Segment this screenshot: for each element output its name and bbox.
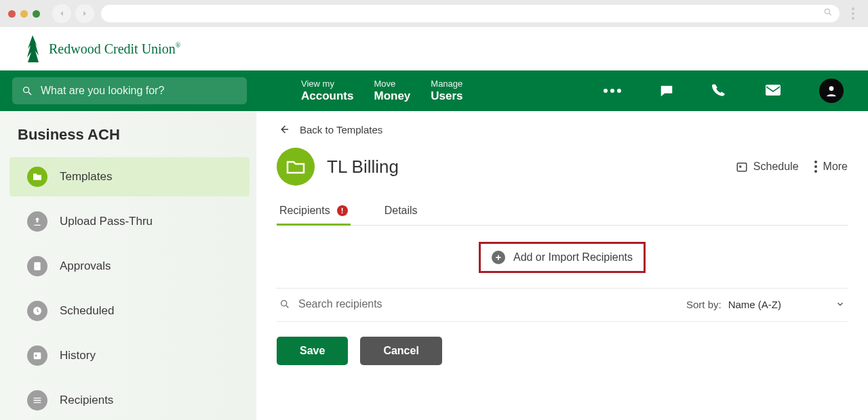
svg-rect-9 [35, 355, 37, 357]
profile-avatar[interactable] [819, 79, 844, 103]
upload-icon [27, 211, 47, 232]
svg-point-15 [281, 301, 287, 306]
brand-name: Redwood Credit Union® [49, 41, 180, 57]
messages-icon[interactable] [659, 83, 674, 98]
save-button[interactable]: Save [277, 337, 348, 365]
template-folder-icon [277, 148, 315, 186]
svg-point-14 [814, 170, 817, 173]
sort-select[interactable]: Name (A-Z) [728, 299, 845, 310]
sidebar-item-scheduled[interactable]: Scheduled [9, 291, 250, 331]
close-window-icon[interactable] [8, 10, 16, 18]
svg-line-3 [28, 92, 31, 95]
svg-rect-11 [739, 166, 741, 168]
check-clipboard-icon [27, 256, 47, 276]
minimize-window-icon[interactable] [20, 10, 28, 18]
sort-label: Sort by: [686, 299, 722, 310]
search-recipients-input[interactable]: Search recipients [279, 298, 382, 310]
sidebar-item-label: Templates [60, 170, 112, 184]
search-icon [279, 299, 290, 310]
arrow-left-icon [278, 123, 290, 135]
nav-users[interactable]: Manage Users [431, 79, 462, 102]
schedule-button[interactable]: Schedule [736, 161, 799, 173]
content-area: Back to Templates TL Billing Schedule Mo… [256, 111, 868, 420]
sidebar-item-label: Upload Pass-Thru [60, 215, 153, 228]
chevron-down-icon [835, 299, 845, 309]
svg-point-0 [825, 9, 829, 14]
tab-recipients[interactable]: Recipients ! [277, 205, 351, 225]
list-icon [27, 390, 47, 411]
sidebar-item-label: Recipients [60, 394, 113, 407]
browser-forward-button[interactable] [75, 4, 94, 23]
more-apps-icon[interactable] [604, 89, 621, 93]
nav-money[interactable]: Move Money [374, 79, 410, 102]
svg-rect-4 [766, 85, 781, 96]
page-title: TL Billing [327, 156, 399, 177]
sidebar-item-label: History [60, 349, 96, 362]
add-import-recipients-button[interactable]: + Add or Import Recipients [488, 248, 637, 267]
browser-menu-button[interactable] [846, 7, 860, 20]
more-button[interactable]: More [814, 161, 848, 173]
tab-details[interactable]: Details [382, 205, 420, 225]
more-vertical-icon [814, 161, 818, 173]
alert-badge-icon: ! [337, 205, 348, 216]
calendar-icon [736, 161, 748, 173]
sidebar-item-templates[interactable]: Templates [9, 157, 250, 196]
clock-icon [27, 301, 47, 321]
tabs: Recipients ! Details [277, 205, 848, 226]
cancel-button[interactable]: Cancel [360, 337, 441, 365]
sidebar: Business ACH Templates Upload Pass-Thru … [0, 111, 256, 420]
svg-point-5 [829, 86, 834, 91]
svg-point-13 [814, 165, 817, 168]
url-bar[interactable] [101, 5, 840, 22]
sidebar-item-label: Scheduled [60, 304, 114, 318]
svg-rect-8 [34, 352, 41, 359]
svg-line-1 [829, 14, 831, 16]
search-icon [22, 85, 33, 96]
browser-back-button[interactable] [52, 4, 71, 23]
svg-point-2 [24, 87, 29, 93]
svg-line-16 [286, 306, 288, 308]
redwood-tree-icon [23, 35, 42, 62]
mail-icon[interactable] [765, 84, 781, 98]
calendar-day-icon [27, 345, 47, 366]
sidebar-heading: Business ACH [0, 119, 256, 154]
phone-icon[interactable] [712, 83, 727, 98]
sidebar-item-history[interactable]: History [9, 336, 250, 375]
svg-rect-10 [737, 163, 747, 171]
highlight-annotation: + Add or Import Recipients [479, 242, 646, 273]
maximize-window-icon[interactable] [33, 10, 40, 18]
sidebar-item-recipients[interactable]: Recipients [9, 381, 250, 420]
logo-strip: Redwood Credit Union® [0, 27, 868, 70]
sidebar-item-approvals[interactable]: Approvals [9, 247, 250, 286]
browser-chrome [0, 0, 868, 27]
svg-point-12 [814, 161, 817, 163]
sidebar-item-label: Approvals [60, 259, 111, 273]
brand-logo[interactable]: Redwood Credit Union® [23, 35, 180, 62]
nav-accounts[interactable]: View my Accounts [301, 79, 353, 102]
back-to-templates-link[interactable]: Back to Templates [277, 121, 848, 148]
search-icon [823, 7, 833, 20]
sidebar-item-upload-pass-thru[interactable]: Upload Pass-Thru [9, 202, 250, 241]
traffic-lights [8, 10, 40, 18]
primary-nav: What are you looking for? View my Accoun… [0, 70, 868, 111]
person-icon [825, 84, 838, 98]
global-search-placeholder: What are you looking for? [41, 85, 164, 97]
folder-icon [27, 167, 47, 187]
plus-circle-icon: + [492, 251, 505, 264]
global-search-input[interactable]: What are you looking for? [12, 77, 247, 104]
